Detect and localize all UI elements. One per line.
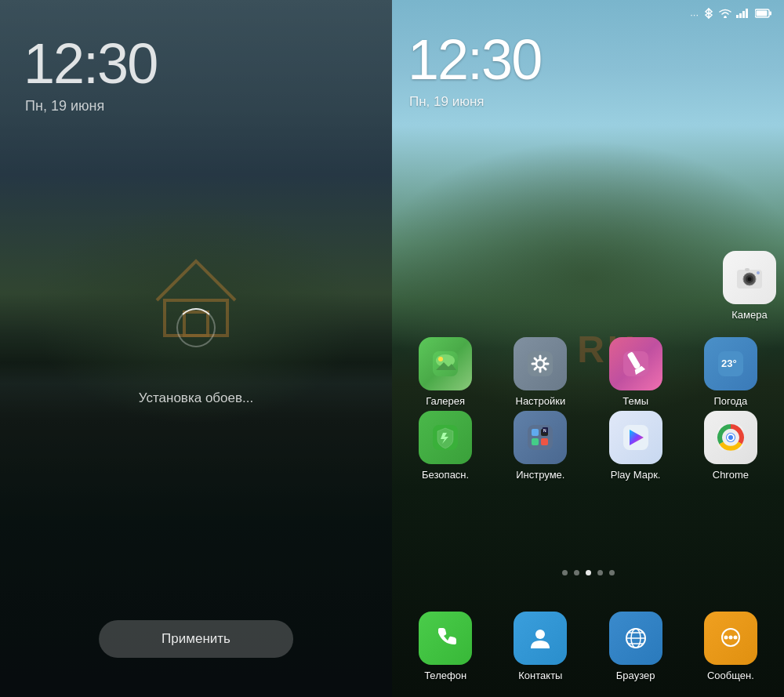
camera-app-item[interactable]: Камера — [723, 251, 776, 321]
playstore-app-item[interactable]: Play Марк. — [590, 411, 681, 481]
contacts-icon — [514, 612, 567, 665]
gallery-label: Галерея — [426, 395, 465, 407]
browser-icon — [609, 612, 662, 665]
svg-point-49 — [728, 434, 734, 441]
wallpaper-status: Установка обоев... — [139, 390, 253, 406]
status-dots: ··· — [690, 9, 699, 20]
playstore-icon — [609, 411, 662, 464]
phone-app-item[interactable]: Телефон — [400, 612, 491, 681]
bottom-dock: Телефон Контакты — [392, 612, 784, 681]
weather-app-item[interactable]: 23° Погода — [685, 337, 776, 407]
wifi-icon — [719, 9, 731, 20]
svg-rect-6 — [746, 9, 748, 18]
settings-icon — [514, 337, 567, 390]
browser-label: Браузер — [616, 670, 655, 681]
chrome-app-item[interactable]: Chrome — [685, 411, 776, 481]
dot-4 — [597, 570, 603, 575]
themes-label: Темы — [622, 395, 648, 407]
messages-icon — [704, 612, 757, 665]
svg-point-15 — [757, 271, 760, 274]
svg-rect-5 — [742, 11, 745, 18]
settings-label: Настройки — [516, 395, 566, 407]
svg-text:N: N — [543, 428, 546, 433]
svg-point-57 — [724, 636, 728, 640]
svg-line-26 — [535, 358, 536, 360]
camera-label: Камера — [731, 309, 767, 321]
tools-label: Инструме. — [516, 469, 564, 481]
svg-line-27 — [544, 368, 546, 369]
browser-app-item[interactable]: Браузер — [590, 612, 681, 681]
svg-point-59 — [733, 636, 737, 640]
tools-app-item[interactable]: N Инструме. — [495, 411, 586, 481]
dot-5 — [609, 570, 615, 575]
bluetooth-icon — [703, 8, 714, 21]
app-grid-row1: Галерея — [392, 337, 784, 481]
svg-rect-41 — [541, 438, 548, 445]
gallery-icon — [419, 337, 472, 390]
weather-icon: 23° — [704, 337, 757, 390]
gallery-app-item[interactable]: Галерея — [400, 337, 491, 407]
svg-rect-9 — [770, 12, 772, 16]
right-panel: ··· 12:3 — [392, 0, 784, 697]
contacts-app-item[interactable]: Контакты — [495, 612, 586, 681]
apply-button[interactable]: Применить — [99, 620, 293, 658]
playstore-label: Play Марк. — [611, 469, 661, 481]
left-panel: 12:30 Пн, 19 июня Установка обоев... При… — [0, 0, 392, 697]
security-app-item[interactable]: Безопасн. — [400, 411, 491, 481]
dot-2 — [574, 570, 579, 575]
phone-label: Телефон — [424, 670, 466, 681]
tools-icon: N — [514, 411, 567, 464]
svg-point-58 — [728, 636, 732, 640]
svg-rect-3 — [736, 15, 739, 18]
right-time: 12:30 — [408, 27, 541, 92]
svg-line-29 — [535, 368, 536, 369]
chrome-label: Chrome — [713, 469, 749, 481]
svg-rect-38 — [532, 429, 539, 436]
security-icon — [419, 411, 472, 464]
messages-app-item[interactable]: Сообщен. — [685, 612, 776, 681]
svg-rect-14 — [745, 268, 750, 271]
svg-point-18 — [438, 357, 443, 361]
dot-3 — [586, 570, 591, 575]
svg-rect-4 — [739, 13, 742, 18]
chrome-icon — [704, 411, 757, 464]
signal-icon — [736, 9, 750, 20]
settings-app-item[interactable]: Настройки — [495, 337, 586, 407]
loading-spinner — [176, 308, 216, 347]
svg-rect-8 — [757, 11, 768, 16]
svg-point-50 — [535, 630, 545, 639]
contacts-label: Контакты — [518, 670, 562, 681]
left-time: 12:30 — [24, 31, 157, 96]
svg-text:23°: 23° — [721, 358, 737, 369]
left-date: Пн, 19 июня — [25, 98, 104, 114]
svg-line-28 — [544, 358, 546, 360]
svg-point-13 — [748, 278, 752, 281]
svg-rect-40 — [532, 438, 539, 445]
themes-app-item[interactable]: Темы — [590, 337, 681, 407]
status-bar: ··· — [690, 8, 772, 21]
camera-icon — [723, 251, 776, 304]
right-date: Пн, 19 июня — [409, 94, 485, 110]
dot-1 — [562, 570, 568, 575]
themes-icon — [609, 337, 662, 390]
weather-label: Погода — [713, 395, 747, 407]
messages-label: Сообщен. — [707, 670, 754, 681]
page-dots — [392, 570, 784, 575]
security-label: Безопасн. — [422, 469, 469, 481]
svg-point-21 — [536, 360, 544, 368]
phone-icon — [419, 612, 472, 665]
svg-rect-37 — [528, 425, 553, 450]
battery-icon — [755, 9, 772, 20]
